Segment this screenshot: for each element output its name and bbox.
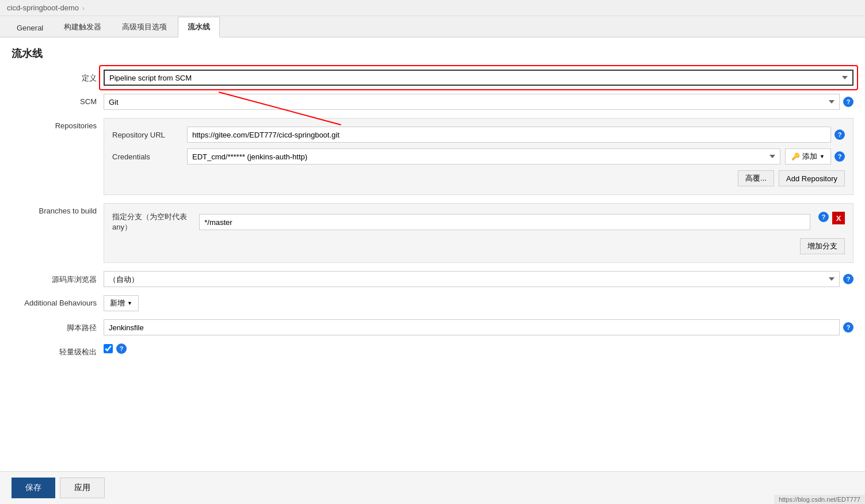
tabs-bar: General 构建触发器 高级项目选项 流水线	[0, 16, 865, 37]
lightweight-label: 轻量级检出	[12, 343, 104, 357]
definition-select[interactable]: Pipeline script Pipeline script from SCM	[104, 70, 853, 86]
new-behaviour-button[interactable]: 新增 ▼	[104, 295, 139, 311]
status-bar: https://blog.csdn.net/EDT777	[774, 495, 865, 495]
repo-url-label: Repository URL	[112, 131, 187, 139]
footer-bar: 保存 应用	[0, 471, 865, 495]
add-label: 添加	[802, 151, 817, 162]
definition-label: 定义	[12, 70, 104, 83]
repositories-label: Repositories	[12, 118, 104, 130]
save-button[interactable]: 保存	[12, 478, 55, 495]
definition-row: 定义 Pipeline script Pipeline script from …	[12, 70, 853, 86]
credentials-label: Credentials	[112, 152, 187, 161]
source-browser-help-icon[interactable]: ?	[843, 274, 853, 284]
add-branch-row: 增加分支	[112, 238, 845, 254]
branch-spec-input[interactable]	[199, 214, 810, 230]
new-label: 新增	[110, 298, 125, 308]
lightweight-checkout-row: 轻量级检出 ?	[12, 343, 853, 357]
branches-label: Branches to build	[12, 203, 104, 215]
repo-url-help-icon[interactable]: ?	[834, 129, 845, 140]
advanced-button[interactable]: 高覆...	[738, 170, 774, 186]
breadcrumb-chevron: ›	[82, 5, 85, 12]
credentials-help-icon[interactable]: ?	[834, 151, 845, 162]
scm-label: SCM	[12, 94, 104, 106]
branches-content: X ? 指定分支（为空时代表any） 增加分支	[104, 203, 853, 263]
source-browser-control: （自动） ?	[104, 271, 853, 287]
additional-behaviours-row: Additional Behaviours 新增 ▼	[12, 295, 853, 311]
branches-row: Branches to build X ? 指定分支（为空时代表any） 增加分…	[12, 203, 853, 263]
source-browser-row: 源码库浏览器 （自动） ?	[12, 271, 853, 287]
new-chevron: ▼	[127, 300, 132, 306]
lightweight-checkbox[interactable]	[104, 344, 113, 353]
branch-spec-label: 指定分支（为空时代表any）	[112, 212, 195, 232]
definition-control: Pipeline script Pipeline script from SCM	[104, 70, 853, 86]
branches-box: X ? 指定分支（为空时代表any） 增加分支	[104, 203, 853, 263]
add-repository-button[interactable]: Add Repository	[779, 170, 845, 186]
scm-row: SCM Git ?	[12, 94, 853, 110]
apply-button[interactable]: 应用	[60, 478, 105, 495]
additional-behaviours-control: 新增 ▼	[104, 295, 853, 311]
script-path-input[interactable]	[104, 319, 840, 335]
lightweight-control: ?	[104, 343, 853, 354]
credentials-row: Credentials EDT_cmd/****** (jenkins-auth…	[112, 148, 845, 165]
scm-control: Git ?	[104, 94, 853, 110]
add-dropdown-chevron: ▼	[820, 154, 825, 159]
section-title: 流水线	[12, 47, 853, 60]
repo-url-input-wrap	[187, 127, 831, 143]
credentials-add-button[interactable]: 🔑 添加 ▼	[785, 148, 831, 165]
breadcrumb-project[interactable]: cicd-springboot-demo	[7, 3, 79, 12]
repo-url-row: Repository URL ?	[112, 127, 845, 143]
script-path-label: 脚本路径	[12, 319, 104, 333]
repo-actions: 高覆... Add Repository	[112, 170, 845, 186]
tab-build-trigger[interactable]: 构建触发器	[54, 17, 111, 37]
key-icon: 🔑	[791, 152, 800, 161]
scm-select[interactable]: Git	[104, 94, 840, 110]
script-path-row: 脚本路径 ?	[12, 319, 853, 335]
additional-behaviours-label: Additional Behaviours	[12, 295, 104, 307]
main-content: 流水线 定义 Pipeline script Pipeline script f…	[0, 37, 865, 495]
tab-advanced-options[interactable]: 高级项目选项	[112, 17, 177, 37]
script-path-help-icon[interactable]: ?	[843, 322, 853, 333]
repositories-row: Repositories Repository URL ? Credential…	[12, 118, 853, 195]
source-browser-select[interactable]: （自动）	[104, 271, 840, 287]
breadcrumb: cicd-springboot-demo ›	[0, 0, 865, 16]
add-branch-button[interactable]: 增加分支	[800, 238, 845, 254]
repo-url-input[interactable]	[187, 127, 831, 143]
tab-general[interactable]: General	[7, 18, 53, 37]
tab-pipeline[interactable]: 流水线	[178, 17, 220, 37]
script-path-control: ?	[104, 319, 853, 335]
credentials-control: EDT_cmd/****** (jenkins-auth-http) 🔑 添加 …	[187, 148, 831, 165]
repositories-content: Repository URL ? Credentials EDT_cmd/***…	[104, 118, 853, 195]
repositories-box: Repository URL ? Credentials EDT_cmd/***…	[104, 118, 853, 195]
source-browser-label: 源码库浏览器	[12, 271, 104, 285]
branch-spec-row: 指定分支（为空时代表any）	[112, 212, 845, 232]
scm-help-icon[interactable]: ?	[843, 97, 853, 107]
credentials-select[interactable]: EDT_cmd/****** (jenkins-auth-http)	[187, 148, 780, 165]
branch-item: X ? 指定分支（为空时代表any）	[112, 212, 845, 232]
lightweight-help-icon[interactable]: ?	[116, 343, 127, 354]
